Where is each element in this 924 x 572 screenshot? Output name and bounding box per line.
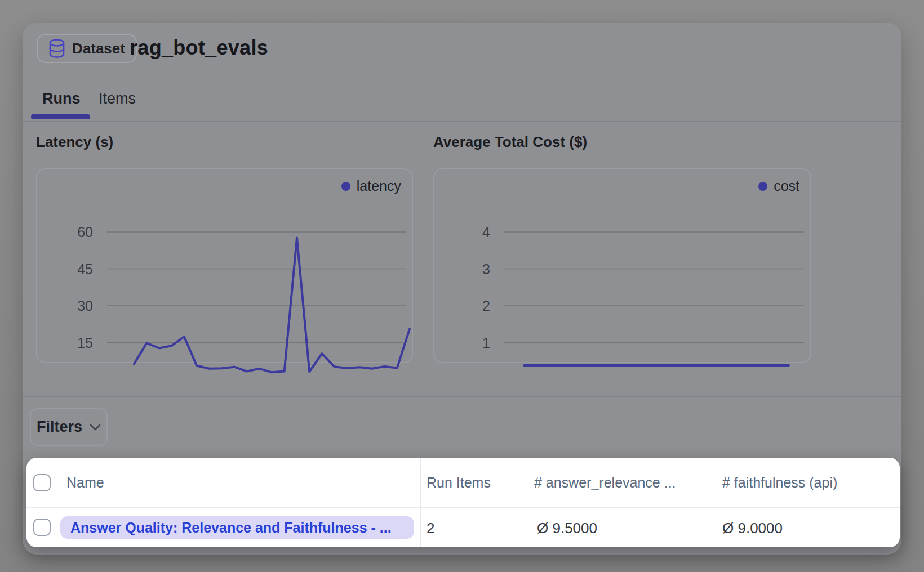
cost-legend-label: cost bbox=[774, 178, 799, 194]
dataset-panel: Dataset rag_bot_evals Runs Items Latency… bbox=[23, 23, 901, 555]
column-header-run-items[interactable]: Run Items bbox=[427, 475, 491, 491]
run-name-label: Answer Quality: Relevance and Faithfulne… bbox=[70, 520, 392, 536]
latency-chart-card: 15304560 latency bbox=[36, 168, 413, 363]
column-header-name[interactable]: Name bbox=[66, 475, 104, 491]
run-name-link[interactable]: Answer Quality: Relevance and Faithfulne… bbox=[60, 516, 414, 539]
run-items-cell: 2 bbox=[427, 520, 434, 537]
cost-line-chart: 1234 bbox=[434, 169, 812, 364]
database-icon bbox=[48, 39, 65, 58]
svg-text:15: 15 bbox=[77, 335, 93, 351]
select-all-checkbox[interactable] bbox=[33, 474, 51, 491]
svg-text:2: 2 bbox=[482, 298, 490, 314]
latency-line-chart: 15304560 bbox=[37, 169, 414, 364]
tabbar-divider bbox=[23, 121, 901, 122]
runs-table-header: Name Run Items # answer_relevance ... # … bbox=[26, 458, 900, 508]
latency-legend-dot bbox=[341, 182, 350, 191]
svg-text:4: 4 bbox=[482, 224, 490, 240]
filters-button-label: Filters bbox=[37, 418, 82, 436]
svg-text:45: 45 bbox=[77, 261, 93, 277]
tab-items[interactable]: Items bbox=[99, 90, 136, 108]
active-tab-indicator bbox=[31, 114, 90, 119]
cost-legend: cost bbox=[758, 178, 799, 194]
latency-chart-title: Latency (s) bbox=[36, 133, 113, 151]
latency-legend-label: latency bbox=[357, 178, 401, 194]
filters-button[interactable]: Filters bbox=[30, 408, 108, 446]
page-title: rag_bot_evals bbox=[130, 36, 268, 60]
svg-text:1: 1 bbox=[482, 335, 490, 351]
cost-chart-card: 1234 cost bbox=[433, 168, 811, 363]
faithfulness-cell: Ø 9.0000 bbox=[722, 520, 783, 537]
column-header-answer-relevance[interactable]: # answer_relevance ... bbox=[534, 475, 676, 491]
svg-text:3: 3 bbox=[482, 261, 490, 277]
cost-chart-title: Average Total Cost ($) bbox=[433, 133, 587, 151]
dataset-badge-label: Dataset bbox=[72, 40, 125, 57]
screen: Dataset rag_bot_evals Runs Items Latency… bbox=[0, 0, 924, 572]
answer-relevance-cell: Ø 9.5000 bbox=[537, 520, 597, 537]
dataset-badge: Dataset bbox=[37, 34, 137, 63]
cost-legend-dot bbox=[758, 182, 767, 191]
column-header-faithfulness[interactable]: # faithfulness (api) bbox=[722, 475, 837, 491]
svg-text:30: 30 bbox=[77, 298, 93, 314]
row-checkbox[interactable] bbox=[33, 519, 51, 536]
filters-divider bbox=[23, 396, 901, 397]
svg-text:60: 60 bbox=[77, 224, 93, 240]
chevron-down-icon bbox=[90, 424, 101, 431]
column-divider bbox=[420, 458, 421, 547]
tab-runs[interactable]: Runs bbox=[42, 90, 81, 108]
latency-legend: latency bbox=[341, 178, 401, 194]
runs-table: Name Run Items # answer_relevance ... # … bbox=[26, 458, 900, 547]
